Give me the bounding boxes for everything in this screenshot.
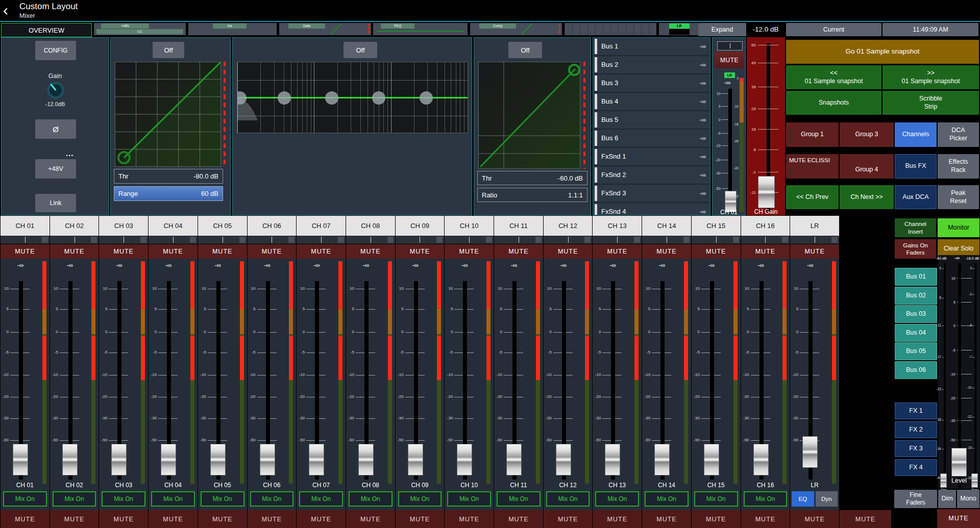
fader-handle[interactable] [111,444,127,475]
thumb-sends[interactable] [565,23,656,35]
channel-mute-button[interactable]: MUTE [396,244,445,259]
fx-key-button[interactable]: FX 2 [895,421,937,438]
bus-key-button[interactable]: Bus 02 [895,287,937,305]
bottom-mute-button[interactable]: MUTE [346,510,396,528]
channel-select-header[interactable]: CH 08 [346,216,395,236]
mix-on-button[interactable]: Mix On [299,491,343,507]
channel-mute-button[interactable]: MUTE [198,244,247,259]
mix-on-button[interactable]: Mix On [447,491,491,507]
mix-on-button[interactable]: Mix On [497,491,541,507]
pan-control[interactable] [198,236,247,244]
eq-band-node[interactable] [278,91,291,105]
bottom-mute-button[interactable]: MUTE [1,510,50,528]
comp-curve-graph[interactable] [478,62,580,169]
pan-control[interactable] [494,236,543,244]
mix-on-button[interactable]: Mix On [3,491,47,507]
bottom-mute-button[interactable]: MUTE [593,510,642,528]
gate-curve-graph[interactable] [115,62,221,167]
eq-button[interactable]: EQ [792,491,814,507]
channel-next-button[interactable]: Ch Next >> [840,185,894,209]
comp-threshold-field[interactable]: Thr -60.0 dB [477,171,587,185]
channel-prev-button[interactable]: << Ch Prev [786,185,839,209]
bus-send-row[interactable]: Bus 4-∞ [593,93,710,111]
fader-handle[interactable] [260,444,275,475]
pan-control[interactable] [741,236,790,244]
fader-handle[interactable] [556,444,571,475]
channel-select-header[interactable]: CH 14 [642,216,691,236]
bottom-mute-button[interactable]: MUTE [445,510,494,528]
bottom-mute-button[interactable]: MUTE [840,510,892,528]
fader-handle[interactable] [210,444,226,475]
pan-control[interactable] [248,236,297,244]
mix-on-button[interactable]: Mix On [694,491,738,507]
trim-fader-track[interactable] [974,263,976,489]
bus-send-row[interactable]: FxSnd 4-∞ [593,203,710,215]
channel-select-header[interactable]: CH 10 [445,216,494,236]
mix-on-button[interactable]: Mix On [595,491,639,507]
pan-control[interactable] [1,236,50,244]
mix-on-button[interactable]: Mix On [201,491,244,507]
pan-control[interactable] [99,236,148,244]
mono-button[interactable]: Mono [957,490,979,508]
mute-eclissi-button[interactable]: MUTE ECLISSI [786,154,839,179]
mix-on-button[interactable]: Mix On [250,491,294,507]
channel-select-header[interactable]: CH 12 [544,216,593,236]
channel-select-header[interactable]: CH 16 [741,216,790,236]
channel-select-header[interactable]: CH 13 [593,216,642,236]
group1-button[interactable]: Group 1 [786,122,839,147]
fader-handle[interactable] [802,436,818,468]
fader-handle[interactable] [654,444,670,475]
bus-send-row[interactable]: FxSnd 2-∞ [593,166,710,185]
gate-off-button[interactable]: Off [153,42,184,58]
group3-button[interactable]: Group 3 [840,122,894,147]
fader-handle[interactable] [704,444,719,475]
eq-band-node[interactable] [420,91,433,105]
channel-mute-button[interactable]: MUTE [346,244,395,259]
back-chevron-icon[interactable]: ‹ [3,1,8,19]
bus-key-button[interactable]: Bus 04 [895,324,937,342]
effects-rack-button[interactable]: EffectsRack [938,154,979,179]
phase-button[interactable]: Ø [35,119,76,139]
channel-mute-button[interactable]: MUTE [297,244,346,259]
pan-control[interactable] [396,236,445,244]
channel-mute-button[interactable]: MUTE [593,244,642,259]
fx-key-button[interactable]: FX 1 [895,403,937,419]
channel-mute-button[interactable]: MUTE [741,244,790,259]
thumb-insert[interactable]: Ins [188,23,277,35]
channel-select-header[interactable]: CH 15 [692,216,741,236]
channel-mute-button[interactable]: MUTE [248,244,297,259]
channel-mute-button[interactable]: MUTE [494,244,543,259]
pan-control[interactable] [593,236,642,244]
pan-control[interactable] [445,236,494,244]
channel-select-header[interactable]: LR [790,216,839,236]
bottom-mute-button[interactable]: MUTE [297,510,346,528]
fader-handle[interactable] [506,444,522,475]
bottom-mute-button[interactable]: MUTE [99,510,149,528]
bottom-mute-button[interactable]: MUTE [642,510,692,528]
bottom-mute-button[interactable]: MUTE [790,510,840,528]
monitor-button[interactable]: Monitor [938,218,979,237]
peak-reset-button[interactable]: PeakReset [938,185,979,209]
channel-mute-button[interactable]: MUTE [50,244,99,259]
thumb-comp[interactable]: Comp [470,23,562,35]
channel-mute-button[interactable]: MUTE [99,244,148,259]
bottom-mute-button[interactable]: MUTE [50,510,100,528]
config-button[interactable]: CONFIG [35,41,76,60]
expand-button[interactable]: Expand [698,23,746,36]
mix-on-button[interactable]: Mix On [398,491,442,507]
channel-select-header[interactable]: CH 11 [494,216,543,236]
fader-handle[interactable] [605,444,620,475]
channel-select-header[interactable]: CH 04 [149,216,198,236]
fader-handle[interactable] [13,444,28,475]
channel-mute-button[interactable]: MUTE [149,244,198,259]
channel-mute-button[interactable]: MUTE [642,244,691,259]
link-button[interactable]: Link [35,194,76,212]
fine-faders-button[interactable]: FineFaders [894,490,937,508]
bus-send-row[interactable]: Bus 2-∞ [593,56,710,74]
next-snapshot-button[interactable]: >> 01 Sample snapshot [883,65,979,89]
dyn-button[interactable]: Dyn [816,491,838,507]
pan-control[interactable] [717,41,743,51]
scribble-strip-button[interactable]: Scribble Strip [883,91,979,115]
pan-control[interactable] [692,236,741,244]
aux-dca-button[interactable]: Aux DCA [895,185,937,209]
